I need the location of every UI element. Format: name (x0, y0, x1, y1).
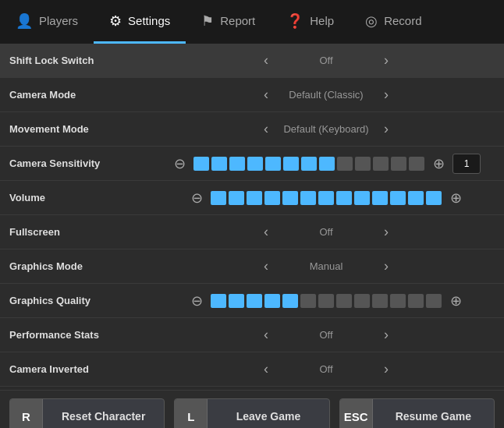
setting-control-graphics-quality: ⊖⊕ (158, 292, 495, 310)
bar-segment (264, 191, 280, 205)
arrow-left-fullscreen[interactable]: ‹ (259, 224, 273, 240)
report-icon: ⚑ (201, 12, 214, 30)
arrow-right-graphics-mode[interactable]: › (379, 258, 393, 274)
record-icon: ◎ (365, 12, 378, 30)
slider-bars-volume (211, 191, 442, 205)
settings-label: Settings (128, 14, 170, 27)
nav-item-settings[interactable]: ⚙ Settings (94, 0, 186, 44)
bottom-btn-reset[interactable]: RReset Character (9, 398, 165, 428)
bar-segment (211, 191, 226, 205)
arrow-right-performance-stats[interactable]: › (379, 327, 393, 343)
setting-row-performance-stats: Performance Stats‹Off› (0, 318, 504, 352)
help-icon: ❓ (286, 12, 303, 30)
bar-segment (229, 157, 245, 171)
setting-label-shift-lock: Shift Lock Switch (9, 55, 158, 66)
setting-control-movement-mode: ‹Default (Keyboard)› (158, 121, 495, 137)
bar-segment (282, 191, 298, 205)
bar-segment (300, 294, 316, 308)
report-label: Report (220, 14, 255, 27)
slider-input-camera-sensitivity[interactable] (453, 154, 481, 174)
arrow-left-movement-mode[interactable]: ‹ (259, 121, 273, 137)
record-label: Record (384, 14, 421, 27)
arrow-right-fullscreen[interactable]: › (379, 224, 393, 240)
bar-segment (355, 157, 371, 171)
bottom-bar: RReset CharacterLLeave GameESCResume Gam… (0, 390, 504, 428)
btn-label-leave: Leave Game (208, 410, 328, 423)
slider-minus-camera-sensitivity[interactable]: ⊖ (172, 155, 187, 172)
bar-segment (426, 294, 442, 308)
setting-label-performance-stats: Performance Stats (9, 329, 158, 341)
arrow-left-shift-lock[interactable]: ‹ (259, 52, 273, 69)
players-label: Players (39, 14, 78, 27)
bar-segment (336, 294, 352, 308)
setting-label-graphics-quality: Graphics Quality (9, 295, 158, 306)
arrow-right-camera-inverted[interactable]: › (379, 361, 393, 377)
bar-segment (229, 294, 244, 308)
bar-segment (408, 294, 424, 308)
arrow-right-shift-lock[interactable]: › (379, 52, 393, 69)
bar-segment (282, 294, 298, 308)
setting-label-graphics-mode: Graphics Mode (9, 260, 158, 272)
bar-segment (301, 157, 317, 171)
nav-item-record[interactable]: ◎ Record (350, 0, 437, 44)
setting-value-movement-mode: Default (Keyboard) (279, 123, 373, 135)
setting-row-camera-sensitivity: Camera Sensitivity⊖⊕ (0, 147, 504, 181)
setting-label-camera-sensitivity: Camera Sensitivity (9, 157, 158, 169)
setting-label-fullscreen: Fullscreen (9, 226, 158, 238)
bar-segment (372, 191, 388, 205)
bar-segment (283, 157, 299, 171)
bar-segment (336, 191, 352, 205)
setting-value-shift-lock: Off (279, 55, 373, 66)
setting-control-camera-mode: ‹Default (Classic)› (158, 87, 495, 103)
bar-segment (193, 157, 209, 171)
setting-label-volume: Volume (9, 192, 158, 203)
arrow-left-performance-stats[interactable]: ‹ (259, 327, 273, 343)
setting-row-camera-inverted: Camera Inverted‹Off› (0, 352, 504, 387)
setting-value-fullscreen: Off (279, 226, 373, 238)
slider-plus-graphics-quality[interactable]: ⊕ (448, 292, 463, 310)
slider-bars-camera-sensitivity (193, 157, 424, 171)
bar-segment (247, 294, 262, 308)
slider-bars-graphics-quality (211, 294, 442, 308)
bottom-btn-resume[interactable]: ESCResume Game (339, 398, 495, 428)
players-icon: 👤 (16, 12, 33, 30)
arrow-left-camera-mode[interactable]: ‹ (259, 87, 273, 103)
arrow-left-camera-inverted[interactable]: ‹ (259, 361, 273, 377)
bar-segment (408, 191, 424, 205)
setting-control-graphics-mode: ‹Manual› (158, 258, 495, 274)
bar-segment (390, 294, 406, 308)
bar-segment (426, 191, 442, 205)
setting-row-graphics-quality: Graphics Quality⊖⊕ (0, 284, 504, 318)
bar-segment (300, 191, 316, 205)
setting-value-camera-inverted: Off (279, 363, 373, 375)
slider-minus-volume[interactable]: ⊖ (189, 189, 204, 207)
arrow-right-movement-mode[interactable]: › (379, 121, 393, 137)
slider-plus-camera-sensitivity[interactable]: ⊕ (431, 155, 446, 172)
slider-minus-graphics-quality[interactable]: ⊖ (189, 292, 204, 310)
arrow-right-camera-mode[interactable]: › (379, 87, 393, 103)
setting-control-volume: ⊖⊕ (158, 189, 495, 207)
nav-item-players[interactable]: 👤 Players (0, 0, 94, 44)
bar-segment (318, 191, 334, 205)
setting-value-performance-stats: Off (279, 329, 373, 341)
setting-value-camera-mode: Default (Classic) (279, 89, 373, 101)
setting-control-camera-inverted: ‹Off› (158, 361, 495, 377)
setting-row-volume: Volume⊖⊕ (0, 181, 504, 215)
nav-item-help[interactable]: ❓ Help (271, 0, 350, 44)
bar-segment (264, 294, 280, 308)
setting-row-movement-mode: Movement Mode‹Default (Keyboard)› (0, 112, 504, 147)
bar-segment (229, 191, 244, 205)
nav-item-report[interactable]: ⚑ Report (186, 0, 271, 44)
setting-value-graphics-mode: Manual (279, 260, 373, 272)
slider-plus-volume[interactable]: ⊕ (448, 189, 463, 207)
bottom-btn-leave[interactable]: LLeave Game (174, 398, 329, 428)
bar-segment (354, 294, 370, 308)
bar-segment (372, 294, 388, 308)
arrow-left-graphics-mode[interactable]: ‹ (259, 258, 273, 274)
bar-segment (247, 157, 263, 171)
setting-label-camera-inverted: Camera Inverted (9, 363, 158, 375)
btn-key-resume: ESC (340, 399, 373, 428)
bar-segment (391, 157, 406, 171)
top-nav: 👤 Players ⚙ Settings ⚑ Report ❓ Help ◎ R… (0, 0, 504, 44)
setting-control-fullscreen: ‹Off› (158, 224, 495, 240)
